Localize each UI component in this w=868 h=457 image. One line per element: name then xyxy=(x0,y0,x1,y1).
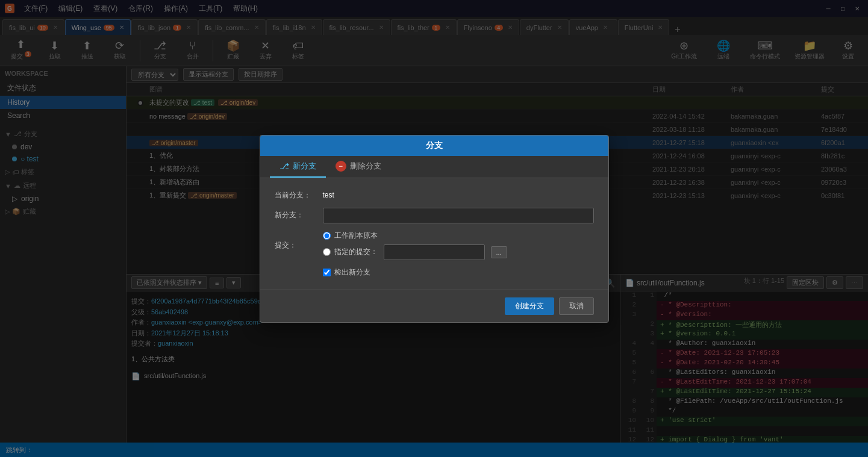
new-branch-label: 新分支： xyxy=(275,210,323,220)
commit-radio-group: 工作副本原本 指定的提交： ... xyxy=(323,231,507,260)
browse-commit-button[interactable]: ... xyxy=(491,246,507,258)
checkout-label: 检出新分支 xyxy=(334,267,370,278)
specific-commit-radio-row[interactable]: 指定的提交： ... xyxy=(323,244,507,260)
new-branch-row: 新分支： xyxy=(275,208,594,223)
working-copy-radio-row[interactable]: 工作副本原本 xyxy=(323,231,507,241)
checkout-checkbox-row[interactable]: 检出新分支 xyxy=(323,267,594,278)
create-branch-button[interactable]: 创建分支 xyxy=(505,297,554,315)
modal-title: 分支 xyxy=(426,140,443,151)
current-branch-row: 当前分支： test xyxy=(275,190,594,201)
specific-commit-radio[interactable] xyxy=(323,248,331,256)
specific-commit-input[interactable] xyxy=(384,244,485,260)
new-branch-tab-label: 新分支 xyxy=(293,161,316,172)
delete-tab-icon: − xyxy=(336,161,346,172)
branch-tab-icon: ⎇ xyxy=(279,161,289,171)
modal-body: 当前分支： test 新分支： 提交： 工作副本原本 指定的提交： xyxy=(260,178,608,290)
cancel-button[interactable]: 取消 xyxy=(559,297,594,315)
working-copy-radio[interactable] xyxy=(323,232,331,240)
modal-footer: 创建分支 取消 xyxy=(260,290,608,322)
checkout-checkbox[interactable] xyxy=(323,269,331,276)
current-branch-value: test xyxy=(323,191,334,199)
current-branch-label: 当前分支： xyxy=(275,190,323,201)
delete-branch-tab[interactable]: − 删除分支 xyxy=(326,156,391,178)
modal-overlay[interactable]: 分支 ⎇ 新分支 − 删除分支 当前分支： test 新分支： 提交： xyxy=(0,0,868,457)
working-copy-label: 工作副本原本 xyxy=(334,231,378,241)
modal-tabs: ⎇ 新分支 − 删除分支 xyxy=(260,156,608,178)
delete-branch-tab-label: 删除分支 xyxy=(350,161,381,172)
commit-row: 提交： 工作副本原本 指定的提交： ... xyxy=(275,231,594,260)
new-branch-tab[interactable]: ⎇ 新分支 xyxy=(270,156,326,178)
new-branch-input[interactable] xyxy=(323,208,594,223)
modal-header: 分支 xyxy=(260,135,608,156)
branch-modal: 分支 ⎇ 新分支 − 删除分支 当前分支： test 新分支： 提交： xyxy=(260,135,609,323)
commit-label: 提交： xyxy=(275,240,323,250)
specific-commit-label: 指定的提交： xyxy=(334,247,378,257)
